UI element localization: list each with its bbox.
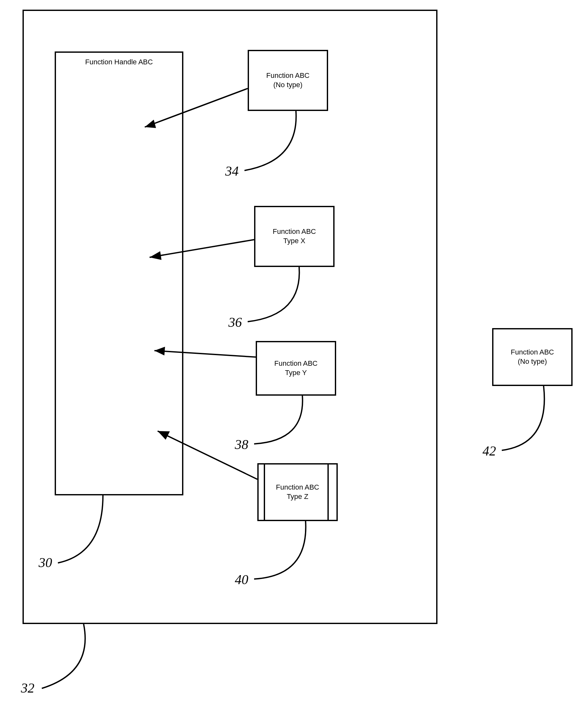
ref-label-40: 40: [235, 572, 248, 587]
ref-label-36: 36: [228, 315, 242, 330]
ref-label-34: 34: [225, 163, 239, 179]
ref-label-32: 32: [21, 680, 35, 696]
ref-label-42: 42: [483, 443, 496, 459]
diagram-canvas: Function Handle ABC Function ABC (No typ…: [0, 0, 588, 717]
leaders-svg: [0, 0, 588, 717]
ref-label-30: 30: [39, 555, 52, 570]
ref-label-38: 38: [235, 437, 248, 452]
